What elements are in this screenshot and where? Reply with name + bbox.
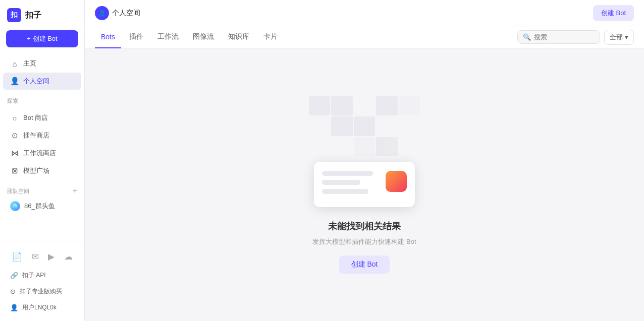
person-icon: 👤 <box>10 77 19 86</box>
grid-cell <box>376 116 397 136</box>
grid-cell <box>354 96 375 116</box>
grid-cell <box>331 137 352 157</box>
api-icon: 🔗 <box>10 272 18 279</box>
tab-plugins[interactable]: 插件 <box>123 26 149 48</box>
sidebar: 扣 扣子 + 创建 Bot ⌂ 主页 👤 个人空间 探索 ○ Bot 商店 ⊙ … <box>0 0 85 321</box>
tabs-search: 🔍 全部 ▾ <box>517 30 634 45</box>
grid-cell <box>376 137 397 157</box>
tab-workflows[interactable]: 工作流 <box>151 26 185 48</box>
doc-icon[interactable]: 📄 <box>10 249 24 264</box>
pro-label: 扣子专业版购买 <box>20 287 62 296</box>
team-space-section: 团队空间 + <box>0 182 84 197</box>
card-preview <box>314 162 415 207</box>
workflow-shop-icon: ⋈ <box>10 149 19 158</box>
sidebar-nav: ⌂ 主页 👤 个人空间 <box>0 52 84 92</box>
user-bottom-icon: 👤 <box>10 304 18 311</box>
sidebar-item-model-plaza[interactable]: ⊠ 模型广场 <box>3 162 81 179</box>
team-item-86[interactable]: 鱼 86_群头鱼 <box>3 198 81 215</box>
sidebar-item-home-label: 主页 <box>23 59 36 68</box>
tab-cards[interactable]: 卡片 <box>257 26 284 48</box>
logo-icon: 扣 <box>7 8 21 22</box>
search-icon: 🔍 <box>523 33 531 41</box>
mail-icon[interactable]: ✉ <box>30 249 41 264</box>
bottom-icons-row: 📄 ✉ ▶ ☁ <box>0 246 84 267</box>
search-box[interactable]: 🔍 <box>517 30 600 44</box>
team-space-label: 团队空间 <box>7 187 29 195</box>
grid-cell <box>354 137 375 157</box>
grid-cell <box>399 137 420 157</box>
topbar-right: 创建 Bot <box>593 5 634 21</box>
pro-link[interactable]: ⊙ 扣子专业版购买 <box>3 284 81 299</box>
filter-label: 全部 <box>610 33 623 42</box>
team-avatar: 鱼 <box>10 201 20 211</box>
grid-cell <box>354 116 375 136</box>
grid-cell <box>399 116 420 136</box>
sidebar-item-plugin-shop[interactable]: ⊙ 插件商店 <box>3 127 81 144</box>
cloud-icon[interactable]: ☁ <box>62 249 75 264</box>
sidebar-item-bot-shop[interactable]: ○ Bot 商店 <box>3 109 81 126</box>
grid-cell <box>309 116 330 136</box>
sidebar-logo: 扣 扣子 <box>0 0 84 28</box>
pro-icon: ⊙ <box>10 288 16 295</box>
main-content: 👤 个人空间 创建 Bot Bots 插件 工作流 图像流 知识库 卡片 🔍 全… <box>85 0 644 321</box>
grid-cell <box>331 96 352 116</box>
sidebar-item-personal[interactable]: 👤 个人空间 <box>3 73 81 90</box>
tabs-bar: Bots 插件 工作流 图像流 知识库 卡片 🔍 全部 ▾ <box>85 26 644 48</box>
filter-select[interactable]: 全部 ▾ <box>604 30 634 45</box>
grid-cell <box>376 96 397 116</box>
sidebar-item-plugin-shop-label: 插件商店 <box>23 131 49 140</box>
topbar: 👤 个人空间 创建 Bot <box>85 0 644 26</box>
tab-image-flow[interactable]: 图像流 <box>187 26 220 48</box>
api-label: 扣子 API <box>22 271 46 280</box>
grid-cell <box>399 96 420 116</box>
user-avatar: 👤 <box>95 6 109 20</box>
grid-cell <box>309 96 330 116</box>
card-line-2 <box>322 180 360 185</box>
grid-cell <box>331 116 352 136</box>
topbar-create-bot-button[interactable]: 创建 Bot <box>593 5 634 21</box>
logo-text: 扣子 <box>25 10 41 21</box>
empty-description: 发挥大模型和插件能力快速构建 Bot <box>312 237 416 246</box>
search-input[interactable] <box>534 33 595 41</box>
sidebar-item-workflow-shop-label: 工作流商店 <box>23 149 56 158</box>
model-plaza-icon: ⊠ <box>10 166 19 175</box>
grid-cell <box>309 137 330 157</box>
chevron-down-icon: ▾ <box>625 33 628 41</box>
bot-shop-icon: ○ <box>10 114 19 122</box>
user-label: 用户LNQL0k <box>22 303 57 312</box>
tab-bots[interactable]: Bots <box>95 26 121 48</box>
empty-state: 未能找到相关结果 发挥大模型和插件能力快速构建 Bot 创建 Bot <box>299 96 430 274</box>
api-link[interactable]: 🔗 扣子 API <box>3 268 81 283</box>
card-thumbnail <box>386 171 407 192</box>
card-line-3 <box>322 189 368 194</box>
sidebar-create-bot-button[interactable]: + 创建 Bot <box>6 30 78 47</box>
sidebar-bottom: 📄 ✉ ▶ ☁ 🔗 扣子 API ⊙ 扣子专业版购买 👤 用户LNQL0k <box>0 241 84 321</box>
sidebar-item-home[interactable]: ⌂ 主页 <box>3 55 81 72</box>
user-link[interactable]: 👤 用户LNQL0k <box>3 300 81 315</box>
play-icon[interactable]: ▶ <box>46 249 57 264</box>
team-name: 86_群头鱼 <box>24 202 55 211</box>
explore-nav: ○ Bot 商店 ⊙ 插件商店 ⋈ 工作流商店 ⊠ 模型广场 <box>0 107 84 182</box>
sidebar-item-workflow-shop[interactable]: ⋈ 工作流商店 <box>3 145 81 162</box>
plugin-shop-icon: ⊙ <box>10 131 19 140</box>
empty-create-bot-button[interactable]: 创建 Bot <box>339 255 390 274</box>
explore-section-label: 探索 <box>0 92 84 107</box>
home-icon: ⌂ <box>10 59 19 68</box>
content-area: 未能找到相关结果 发挥大模型和插件能力快速构建 Bot 创建 Bot <box>85 48 644 321</box>
tab-knowledge[interactable]: 知识库 <box>222 26 255 48</box>
topbar-user-label: 个人空间 <box>112 9 140 18</box>
sidebar-item-model-plaza-label: 模型广场 <box>23 166 49 175</box>
empty-illustration <box>299 96 430 207</box>
sidebar-item-bot-shop-label: Bot 商店 <box>23 113 48 122</box>
topbar-user: 👤 个人空间 <box>95 6 140 20</box>
empty-title: 未能找到相关结果 <box>328 220 401 232</box>
add-team-button[interactable]: + <box>73 187 77 195</box>
card-line-1 <box>322 171 373 176</box>
sidebar-item-personal-label: 个人空间 <box>23 77 49 86</box>
